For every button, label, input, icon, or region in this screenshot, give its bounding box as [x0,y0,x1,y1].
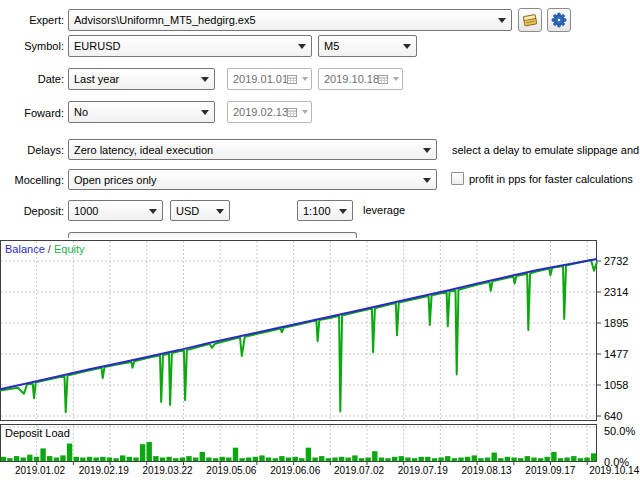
period-select[interactable]: M5 [318,35,417,57]
deposit-load-bar [153,456,158,461]
deposit-load-bar [538,458,543,461]
x-tick-label: 2019.01.02 [15,465,65,476]
chevron-down-icon [423,148,431,153]
deposit-load-bar [47,456,52,461]
deposit-load-bar [127,457,132,461]
deposit-label: Deposit: [0,205,64,217]
journal-button[interactable] [518,8,542,32]
period-select-value: M5 [324,40,339,52]
deposit-load-bar [578,458,583,461]
deposit-load-bar [319,456,324,461]
x-tick-label: 2019.09.17 [525,465,575,476]
deposit-load-bar [339,457,344,461]
deposit-load-bar [60,455,65,461]
deposit-load-bar [147,442,152,461]
date-range-select-value: Last year [74,73,119,85]
deposit-load-bar [412,458,417,461]
forward-date-field[interactable]: 2019.02.13 [227,101,312,123]
modelling-select[interactable]: Open prices only [68,169,437,190]
deposit-load-bar [186,456,191,461]
legend-separator: / [45,243,54,255]
currency-select-value: USD [176,205,199,217]
deposit-load-bar [266,458,271,462]
date-to-value: 2019.10.18 [324,73,379,85]
date-from-field[interactable]: 2019.01.01 [227,68,312,90]
date-to-field[interactable]: 2019.10.18 [318,68,403,90]
deposit-load-bar [359,458,364,461]
delays-hint-text: select a delay to emulate slippage and r… [452,144,640,156]
deposit-load-bar [511,458,516,462]
currency-select[interactable]: USD [170,200,230,221]
leverage-select[interactable]: 1:100 [297,200,353,221]
deposit-load-bar [193,458,198,462]
deposit-load-bar [399,456,404,461]
deposit-load-bar [100,457,105,461]
deposit-load-bar [419,457,424,461]
deposit-load-bar [505,457,510,461]
calendar-icon [378,74,389,85]
deposit-load-bar [332,458,337,462]
deposit-load-bar [591,453,596,461]
deposit-load-bar [246,458,251,462]
y-tick-label: 1477 [604,348,628,360]
deposit-load-bar [113,458,118,461]
deposit-load-bar [74,457,79,461]
journal-icon [522,12,538,28]
pps-checkbox[interactable] [451,172,464,185]
deposit-load-bar [306,448,311,461]
chevron-down-icon [149,209,157,214]
date-range-select[interactable]: Last year [68,68,215,90]
subchart-max-label: 50.0% [604,425,635,437]
deposit-load-bar [465,457,470,461]
forward-select-value: No [74,106,88,118]
deposit-load-bar [27,455,32,461]
deposit-load-bar [54,458,59,462]
chevron-down-icon [393,77,399,81]
deposit-load-bar [458,458,463,462]
chevron-down-icon [216,209,224,214]
deposit-load-bar [67,444,72,462]
deposit-load-bar [472,455,477,461]
deposit-load-bar [259,455,264,461]
date-from-value: 2019.01.01 [233,73,288,85]
delays-select-value: Zero latency, ideal execution [74,144,213,156]
deposit-load-bar [438,458,443,462]
deposit-load-bar [273,458,278,461]
x-tick-label: 2019.07.02 [334,465,384,476]
backtest-chart: 6401058147718952314273250.0%0.0%Deposit … [0,238,640,480]
x-tick-label: 2019.08.13 [462,465,512,476]
deposit-load-bar [120,455,125,461]
deposit-load-bar [352,455,357,461]
deposit-load-bar [485,458,490,462]
y-tick-label: 2732 [604,255,628,267]
chevron-down-icon [339,209,347,214]
deposit-load-bar [200,452,205,461]
backtest-chart-canvas: 6401058147718952314273250.0%0.0%Deposit … [0,238,640,480]
modelling-select-value: Open prices only [74,174,157,186]
deposit-load-bar [498,458,503,461]
chevron-down-icon [302,77,308,81]
modelling-label: Mocelling: [0,174,64,186]
deposit-select[interactable]: 1000 [68,200,163,221]
deposit-load-bar [133,458,138,462]
deposit-load-bar [564,458,569,462]
deposit-load-bar [392,457,397,461]
settings-button[interactable] [547,8,571,32]
chevron-down-icon [302,110,308,114]
symbol-select[interactable]: EURUSD [68,35,312,57]
legend-balance: Balance [5,243,45,255]
chevron-down-icon [201,77,209,82]
deposit-load-bar [1,457,6,461]
expert-select[interactable]: Advisors\Uniformn_MT5_hedgirg.ex5 [68,9,512,31]
deposit-load-bar [140,444,145,461]
deposit-load-bar [206,458,211,462]
forward-select[interactable]: No [68,101,215,123]
deposit-load-bar [432,458,437,461]
deposit-load-bar [584,458,589,462]
deposit-load-bar [379,458,384,462]
deposit-load-bar [40,448,45,461]
deposit-load-bar [372,451,377,461]
deposit-load-bar [226,458,231,462]
expert-select-value: Advisors\Uniformn_MT5_hedgirg.ex5 [74,14,256,26]
delays-select[interactable]: Zero latency, ideal execution [68,139,437,160]
